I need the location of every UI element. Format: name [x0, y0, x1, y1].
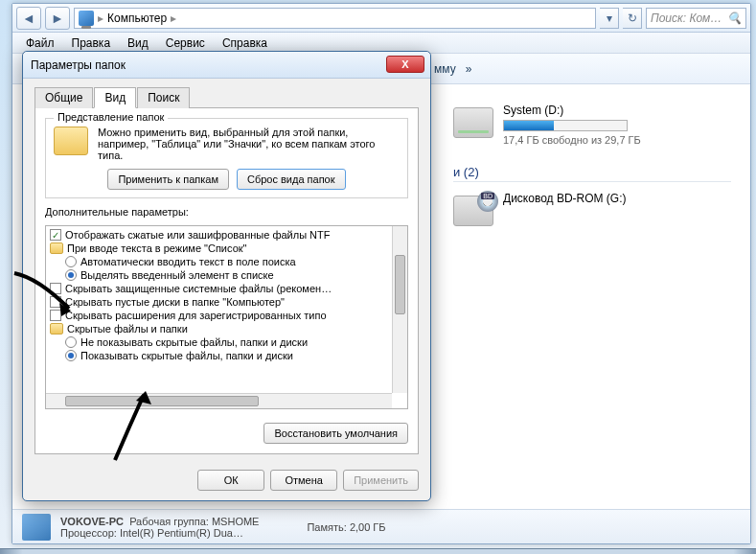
- option-dont-show-hidden[interactable]: Не показывать скрытые файлы, папки и дис…: [80, 336, 308, 348]
- tab-search[interactable]: Поиск: [137, 87, 190, 108]
- option-show-hidden[interactable]: Показывать скрытые файлы, папки и диски: [80, 350, 293, 361]
- checkbox[interactable]: [50, 310, 61, 321]
- toolbar-overflow-button[interactable]: »: [466, 62, 472, 76]
- apply-button[interactable]: Применить: [343, 470, 419, 491]
- toolbar-partial-text: мму: [434, 62, 456, 76]
- address-bar: ◄ ► ▸ Компьютер ▸ ▾ ↻ Поиск: Ком… 🔍: [12, 4, 750, 33]
- status-ram-label: Память:: [307, 521, 346, 533]
- option-hide-empty-drives[interactable]: Скрывать пустые диски в папке "Компьютер…: [65, 296, 285, 308]
- breadcrumb-sep-icon: ▸: [171, 12, 176, 25]
- search-input[interactable]: Поиск: Ком… 🔍: [646, 8, 746, 29]
- disk-usage-bar: [503, 120, 628, 131]
- drive-item-d[interactable]: System (D:) 17,4 ГБ свободно из 29,7 ГБ: [453, 104, 731, 146]
- status-workgroup: MSHOME: [212, 516, 260, 527]
- dialog-title: Параметры папок: [31, 58, 126, 72]
- tab-content-view: Представление папок Можно применить вид,…: [34, 108, 419, 454]
- breadcrumb-sep-icon: ▸: [98, 12, 103, 25]
- hard-drive-icon: [453, 107, 493, 138]
- radio[interactable]: [65, 256, 77, 267]
- vertical-scrollbar[interactable]: [392, 226, 407, 393]
- option-select-item[interactable]: Выделять введенный элемент в списке: [80, 269, 274, 281]
- window-bottom-border: [0, 548, 756, 554]
- status-bar: VOKOVE-PC Рабочая группа: MSHOME Процесс…: [12, 509, 750, 543]
- dialog-footer: ОК Отмена Применить: [23, 462, 430, 500]
- option-list-typing: При вводе текста в режиме "Список": [67, 242, 246, 254]
- nav-back-button[interactable]: ◄: [16, 7, 41, 30]
- option-hide-extensions[interactable]: Скрывать расширения для зарегистрированн…: [65, 310, 327, 321]
- menu-edit[interactable]: Правка: [64, 35, 119, 52]
- tab-general[interactable]: Общие: [34, 87, 93, 108]
- dialog-titlebar[interactable]: Параметры папок X: [23, 52, 430, 79]
- checkbox[interactable]: [50, 296, 61, 308]
- folder-icon: [50, 242, 63, 254]
- menu-help[interactable]: Справка: [215, 35, 275, 52]
- drive-name: System (D:): [503, 104, 641, 117]
- folder-icon: [50, 323, 63, 335]
- cancel-button[interactable]: Отмена: [270, 470, 337, 491]
- drive-item-g[interactable]: Дисковод BD-ROM (G:): [453, 192, 731, 226]
- folder-representation-group: Представление папок Можно применить вид,…: [45, 118, 408, 198]
- search-icon: 🔍: [727, 12, 742, 25]
- menu-tools[interactable]: Сервис: [158, 35, 213, 52]
- restore-defaults-button[interactable]: Восстановить умолчания: [263, 423, 408, 444]
- checkbox[interactable]: ✓: [50, 229, 61, 241]
- disk-free-text: 17,4 ГБ свободно из 29,7 ГБ: [503, 134, 641, 146]
- horizontal-scrollbar[interactable]: [46, 393, 392, 408]
- option-show-compressed[interactable]: Отображать сжатые или зашифрованные файл…: [65, 229, 330, 241]
- status-cpu-label: Процессор:: [60, 527, 117, 539]
- tab-strip: Общие Вид Поиск: [34, 86, 419, 108]
- status-workgroup-label: Рабочая группа:: [129, 516, 209, 527]
- address-field[interactable]: ▸ Компьютер ▸: [74, 8, 596, 29]
- tab-view[interactable]: Вид: [94, 87, 136, 108]
- nav-forward-button[interactable]: ►: [45, 7, 70, 30]
- radio[interactable]: [65, 336, 77, 348]
- radio-show-hidden[interactable]: [65, 350, 77, 361]
- menu-view[interactable]: Вид: [120, 35, 156, 52]
- breadcrumb-location[interactable]: Компьютер: [107, 12, 167, 25]
- refresh-button[interactable]: ↻: [623, 8, 642, 29]
- dialog-body: Общие Вид Поиск Представление папок Можн…: [23, 79, 430, 462]
- status-computer-name: VOKOVE-PC: [60, 516, 124, 527]
- computer-icon: [22, 514, 51, 541]
- search-placeholder: Поиск: Ком…: [651, 12, 722, 25]
- reset-folders-button[interactable]: Сброс вида папок: [237, 169, 346, 190]
- radio[interactable]: [65, 269, 77, 281]
- address-dropdown-button[interactable]: ▾: [600, 8, 619, 29]
- bd-rom-icon: [453, 196, 493, 226]
- status-ram: 2,00 ГБ: [350, 521, 386, 533]
- computer-icon: [79, 11, 94, 26]
- checkbox-hide-protected[interactable]: [50, 283, 61, 294]
- option-hide-protected[interactable]: Скрывать защищенные системные файлы (рек…: [65, 283, 332, 294]
- ok-button[interactable]: ОК: [197, 470, 264, 491]
- close-button[interactable]: X: [386, 56, 424, 73]
- group-header-devices[interactable]: и (2): [453, 165, 731, 182]
- represent-description: Можно применить вид, выбранный для этой …: [98, 127, 400, 161]
- folder-icon: [54, 127, 88, 155]
- menu-file[interactable]: Файл: [18, 35, 62, 52]
- group-legend: Представление папок: [54, 111, 168, 123]
- drive-name: Дисковод BD-ROM (G:): [503, 192, 627, 205]
- status-cpu: Intel(R) Pentium(R) Dua…: [120, 527, 243, 539]
- folder-options-dialog: Параметры папок X Общие Вид Поиск Предст…: [22, 51, 431, 501]
- apply-to-folders-button[interactable]: Применить к папкам: [107, 169, 229, 190]
- option-auto-search[interactable]: Автоматически вводить текст в поле поиск…: [80, 256, 296, 267]
- advanced-settings-tree: ✓Отображать сжатые или зашифрованные фай…: [45, 225, 408, 409]
- advanced-settings-label: Дополнительные параметры:: [45, 206, 408, 218]
- option-hidden-files: Скрытые файлы и папки: [67, 323, 188, 335]
